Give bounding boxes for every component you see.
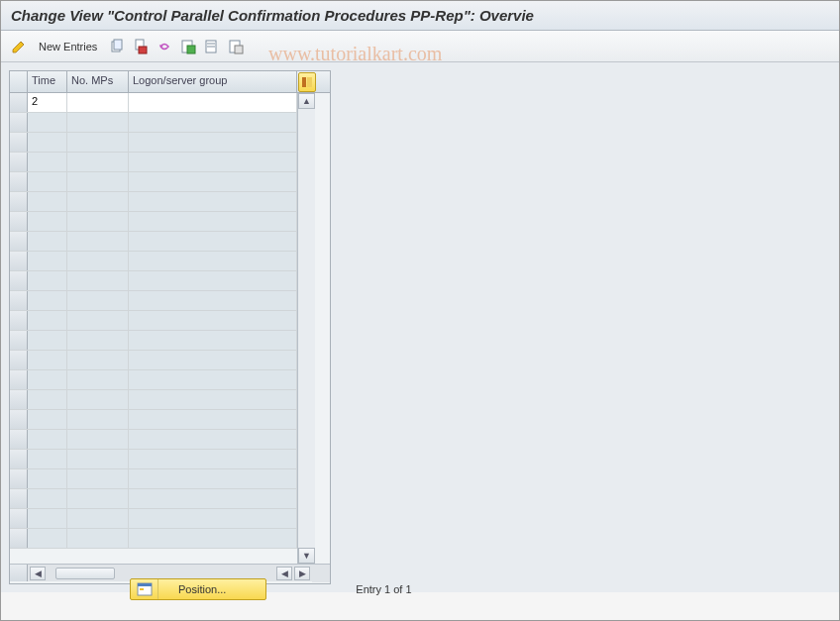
scroll-thumb[interactable] — [55, 568, 115, 579]
scroll-track[interactable] — [298, 109, 315, 548]
cell-empty[interactable] — [129, 192, 297, 211]
new-entries-button[interactable]: New Entries — [39, 41, 97, 52]
change-icon[interactable] — [9, 37, 29, 56]
cell-empty[interactable] — [129, 271, 297, 290]
cell-empty[interactable] — [129, 331, 297, 350]
cell-empty[interactable] — [67, 291, 129, 310]
cell-no-mps[interactable] — [67, 93, 129, 112]
row-selector[interactable] — [10, 469, 28, 488]
vertical-scrollbar[interactable]: ▲ ▼ — [297, 93, 315, 564]
cell-empty[interactable] — [67, 252, 129, 270]
cell-empty[interactable] — [129, 133, 297, 152]
copy-icon[interactable] — [107, 37, 127, 56]
row-selector[interactable] — [10, 390, 28, 409]
row-selector[interactable] — [10, 529, 28, 548]
row-selector[interactable] — [10, 133, 28, 152]
cell-empty[interactable] — [129, 430, 297, 449]
cell-empty[interactable] — [28, 212, 67, 231]
deselect-all-icon[interactable] — [226, 37, 246, 56]
cell-empty[interactable] — [129, 370, 297, 389]
select-all-icon[interactable] — [178, 37, 198, 56]
row-selector[interactable] — [10, 351, 28, 369]
cell-empty[interactable] — [129, 351, 297, 369]
cell-empty[interactable] — [67, 390, 129, 409]
row-selector[interactable] — [10, 450, 28, 468]
scroll-up-icon[interactable]: ▲ — [298, 93, 315, 109]
cell-empty[interactable] — [129, 212, 297, 231]
cell-empty[interactable] — [67, 410, 129, 429]
cell-empty[interactable] — [28, 430, 67, 449]
cell-empty[interactable] — [28, 509, 67, 528]
scroll-down-icon[interactable]: ▼ — [298, 548, 315, 564]
cell-empty[interactable] — [28, 311, 67, 330]
cell-empty[interactable] — [67, 192, 129, 211]
row-selector[interactable] — [10, 370, 28, 389]
cell-empty[interactable] — [28, 133, 67, 152]
cell-empty[interactable] — [67, 430, 129, 449]
select-all-rows[interactable] — [10, 71, 28, 92]
row-selector[interactable] — [10, 212, 28, 231]
cell-empty[interactable] — [28, 153, 67, 171]
cell-empty[interactable] — [67, 529, 129, 548]
cell-empty[interactable] — [67, 450, 129, 468]
cell-empty[interactable] — [129, 311, 297, 330]
table-settings-icon[interactable] — [298, 72, 316, 92]
row-selector[interactable] — [10, 232, 28, 251]
row-selector[interactable] — [10, 291, 28, 310]
cell-empty[interactable] — [129, 529, 297, 548]
cell-empty[interactable] — [129, 172, 297, 191]
cell-empty[interactable] — [67, 172, 129, 191]
cell-empty[interactable] — [129, 291, 297, 310]
cell-empty[interactable] — [67, 331, 129, 350]
cell-empty[interactable] — [28, 232, 67, 251]
cell-empty[interactable] — [28, 410, 67, 429]
row-selector[interactable] — [10, 331, 28, 350]
cell-empty[interactable] — [67, 212, 129, 231]
row-selector[interactable] — [10, 489, 28, 508]
row-selector[interactable] — [10, 153, 28, 171]
row-selector[interactable] — [10, 252, 28, 270]
cell-empty[interactable] — [67, 489, 129, 508]
cell-empty[interactable] — [129, 410, 297, 429]
cell-empty[interactable] — [67, 509, 129, 528]
cell-empty[interactable] — [129, 469, 297, 488]
cell-empty[interactable] — [129, 509, 297, 528]
cell-empty[interactable] — [28, 370, 67, 389]
row-selector[interactable] — [10, 172, 28, 191]
row-selector[interactable] — [10, 509, 28, 528]
cell-empty[interactable] — [28, 469, 67, 488]
cell-empty[interactable] — [28, 331, 67, 350]
cell-empty[interactable] — [67, 133, 129, 152]
cell-empty[interactable] — [67, 351, 129, 369]
cell-empty[interactable] — [129, 489, 297, 508]
cell-empty[interactable] — [28, 291, 67, 310]
cell-empty[interactable] — [67, 469, 129, 488]
cell-empty[interactable] — [129, 113, 297, 132]
select-block-icon[interactable] — [202, 37, 222, 56]
row-selector[interactable] — [10, 430, 28, 449]
column-header-logon-group[interactable]: Logon/server group — [129, 71, 297, 92]
cell-empty[interactable] — [129, 232, 297, 251]
row-selector[interactable] — [10, 192, 28, 211]
cell-empty[interactable] — [129, 252, 297, 270]
cell-empty[interactable] — [67, 232, 129, 251]
cell-empty[interactable] — [28, 252, 67, 270]
cell-empty[interactable] — [67, 370, 129, 389]
column-header-time[interactable]: Time — [28, 71, 67, 92]
cell-empty[interactable] — [28, 529, 67, 548]
undo-icon[interactable] — [155, 37, 174, 56]
cell-empty[interactable] — [28, 351, 67, 369]
cell-empty[interactable] — [67, 271, 129, 290]
column-header-no-mps[interactable]: No. MPs — [67, 71, 129, 92]
cell-logon-group[interactable] — [129, 93, 297, 112]
row-selector[interactable] — [10, 113, 28, 132]
row-selector[interactable] — [10, 271, 28, 290]
cell-empty[interactable] — [129, 390, 297, 409]
cell-empty[interactable] — [28, 113, 67, 132]
cell-empty[interactable] — [67, 113, 129, 132]
row-selector[interactable] — [10, 410, 28, 429]
position-button[interactable]: Position... — [130, 578, 266, 600]
cell-empty[interactable] — [28, 390, 67, 409]
cell-empty[interactable] — [28, 192, 67, 211]
row-selector[interactable] — [10, 311, 28, 330]
